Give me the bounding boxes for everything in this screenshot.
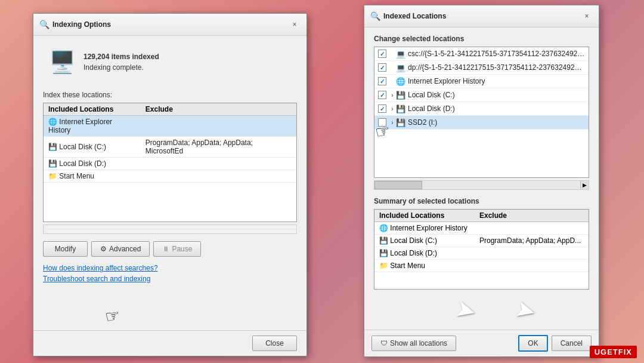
location-icon: 📁 — [48, 172, 57, 180]
tree-item[interactable]: ›💾Local Disk (D:) — [374, 102, 589, 116]
pause-label: Pause — [172, 245, 192, 253]
hscroll-thumb[interactable] — [374, 181, 422, 189]
tree-checkbox[interactable] — [378, 63, 386, 72]
close-button[interactable]: Close — [252, 336, 297, 351]
indexing-bottom-bar: Close — [33, 330, 306, 356]
sum-cell-exclude — [475, 247, 589, 260]
sum-cell-location: 🌐 Internet Explorer History — [374, 222, 475, 235]
table-row[interactable]: 📁 Start Menu — [44, 170, 296, 183]
gear-icon: ⚙ — [100, 245, 107, 253]
table-row[interactable]: 💾 Local Disk (D:) — [44, 158, 296, 170]
tree-item-icon: 🌐 — [396, 76, 405, 86]
table-row[interactable]: 🌐 Internet Explorer History — [44, 116, 296, 137]
table-cell-exclude — [141, 158, 296, 170]
cancel-button[interactable]: Cancel — [552, 336, 592, 351]
tree-checkbox[interactable] — [378, 91, 386, 99]
tree-item-text: SSD2 (I:) — [408, 118, 585, 127]
tree-item-icon: 💾 — [396, 104, 405, 113]
troubleshoot-link[interactable]: Troubleshoot search and indexing — [43, 275, 297, 283]
indexed-title-left: 🔍 Indexed Locations — [370, 11, 446, 21]
indexing-button-row: Modify ⚙ Advanced ⏸ Pause — [43, 241, 297, 257]
location-icon: 🌐 — [48, 118, 57, 126]
show-all-label: Show all locations — [390, 339, 447, 347]
indexed-hscroll[interactable]: ▶ — [374, 180, 589, 190]
ok-button[interactable]: OK — [518, 335, 547, 352]
tree-item-text: dp://{S-1-5-21-3412217515-3717354112-237… — [408, 63, 585, 72]
header-text: 129,204 items indexed Indexing complete. — [83, 53, 159, 72]
locations-table-inner: Included Locations Exclude 🌐 Internet Ex… — [44, 103, 296, 183]
sum-col-exclude: Exclude — [475, 210, 589, 222]
indexing-title-text: Indexing Options — [52, 20, 111, 29]
table-cell-exclude — [141, 170, 296, 183]
indexed-body: Change selected locations 💻csc://{S-1-5-… — [364, 27, 599, 330]
tree-item-text: Local Disk (C:) — [408, 91, 585, 99]
sum-cell-location: 💾 Local Disk (D:) — [374, 247, 475, 260]
location-icon: 💾 — [48, 159, 57, 168]
col-exclude: Exclude — [141, 103, 296, 116]
indexing-body: 🖥️ 129,204 items indexed Indexing comple… — [33, 36, 306, 297]
tree-item-text: Local Disk (D:) — [408, 104, 585, 113]
locations-table[interactable]: Included Locations Exclude 🌐 Internet Ex… — [43, 103, 297, 222]
summary-section[interactable]: Included Locations Exclude 🌐 Internet Ex… — [374, 209, 589, 290]
modify-button[interactable]: Modify — [43, 241, 88, 257]
indexed-title-bar: 🔍 Indexed Locations × — [364, 5, 599, 27]
watermark: UGETFIX — [590, 346, 637, 358]
tree-checkbox[interactable] — [378, 50, 386, 58]
indexing-close-button[interactable]: × — [289, 19, 301, 30]
index-icon: 🖥️ — [48, 48, 76, 76]
tree-item-icon: 💻 — [396, 49, 405, 59]
pause-icon: ⏸ — [162, 245, 169, 253]
sum-col-locations: Included Locations — [374, 210, 475, 222]
indexed-footer: 🛡 Show all locations OK Cancel — [364, 330, 599, 356]
ok-label: OK — [528, 339, 538, 347]
table-row[interactable]: 🌐 Internet Explorer History — [374, 222, 589, 235]
tree-item-icon: 💾 — [396, 118, 405, 127]
expand-arrow[interactable]: › — [389, 119, 396, 126]
links-section: How does indexing affect searches? Troub… — [43, 264, 297, 283]
show-all-button[interactable]: 🛡 Show all locations — [371, 336, 456, 351]
tree-checkbox[interactable] — [378, 104, 386, 113]
tree-item-text: csc://{S-1-5-21-3412217515-3717354112-23… — [408, 50, 585, 58]
expand-arrow[interactable]: › — [389, 92, 396, 99]
table-row[interactable]: 📁 Start Menu — [374, 260, 589, 272]
indexing-options-dialog: 🔍 Indexing Options × 🖥️ 129,204 items in… — [33, 13, 307, 356]
indexing-title-left: 🔍 Indexing Options — [39, 20, 111, 29]
sum-cell-exclude — [475, 260, 589, 272]
expand-arrow[interactable]: › — [389, 106, 396, 112]
sum-cell-location: 📁 Start Menu — [374, 260, 475, 272]
tree-checkbox[interactable] — [378, 118, 386, 127]
sum-cell-location: 💾 Local Disk (C:) — [374, 235, 475, 247]
tree-item[interactable]: 💻dp://{S-1-5-21-3412217515-3717354112-23… — [374, 61, 589, 75]
index-label: Index these locations: — [43, 91, 297, 99]
tree-item[interactable]: ›💾Local Disk (C:) — [374, 88, 589, 102]
table-cell-location: 🌐 Internet Explorer History — [44, 116, 141, 137]
table-cell-location: 📁 Start Menu — [44, 170, 141, 183]
shield-icon: 🛡 — [380, 339, 388, 347]
sum-location-icon: 💾 — [379, 236, 388, 245]
change-locations-label: Change selected locations — [374, 35, 589, 43]
tree-checkbox[interactable] — [378, 77, 386, 85]
tree-item-text: Internet Explorer History — [408, 77, 585, 85]
indexing-title-bar: 🔍 Indexing Options × — [33, 14, 306, 36]
table-row[interactable]: 💾 Local Disk (C:) ProgramData; AppData; … — [44, 137, 296, 158]
sum-location-icon: 🌐 — [379, 224, 388, 232]
tree-item[interactable]: ›💾SSD2 (I:) — [374, 116, 589, 130]
indexed-close-button[interactable]: × — [581, 10, 593, 22]
tree-item[interactable]: 💻csc://{S-1-5-21-3412217515-3717354112-2… — [374, 47, 589, 61]
tree-container[interactable]: 💻csc://{S-1-5-21-3412217515-3717354112-2… — [374, 47, 589, 178]
how-does-index-link[interactable]: How does indexing affect searches? — [43, 264, 297, 272]
indexing-header: 🖥️ 129,204 items indexed Indexing comple… — [43, 43, 297, 81]
pause-button[interactable]: ⏸ Pause — [153, 241, 201, 257]
table-row[interactable]: 💾 Local Disk (D:) — [374, 247, 589, 260]
indexing-hscroll[interactable] — [43, 224, 297, 234]
advanced-button[interactable]: ⚙ Advanced — [91, 241, 150, 257]
location-icon: 💾 — [48, 143, 57, 151]
indexing-title-icon: 🔍 — [39, 20, 49, 29]
table-cell-location: 💾 Local Disk (C:) — [44, 137, 141, 158]
table-row[interactable]: 💾 Local Disk (C:) ProgramData; AppData; … — [374, 235, 589, 247]
tree-item[interactable]: 🌐Internet Explorer History — [374, 75, 589, 88]
indexed-title-text: Indexed Locations — [383, 12, 446, 20]
summary-label: Summary of selected locations — [374, 197, 589, 205]
hscroll-right-arrow[interactable]: ▶ — [580, 181, 589, 189]
col-included-locations: Included Locations — [44, 103, 141, 116]
